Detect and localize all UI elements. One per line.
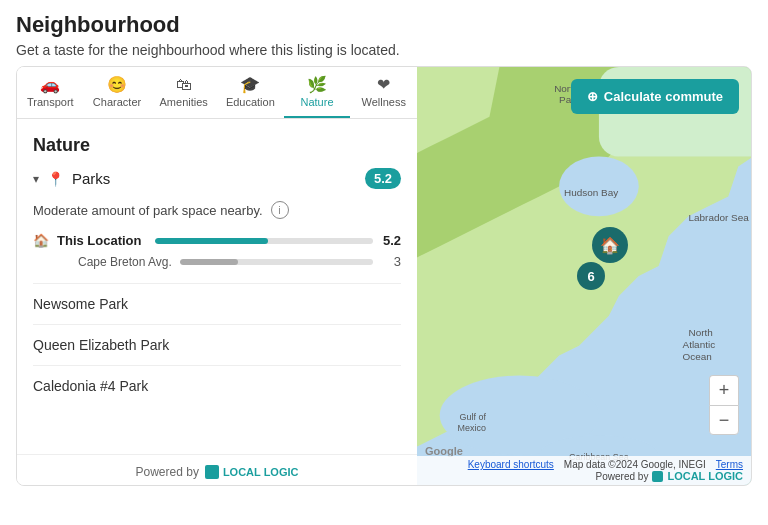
home-marker: 🏠 <box>592 227 628 263</box>
tab-education-label: Education <box>226 96 275 108</box>
avg-bar-fill <box>180 259 238 265</box>
tab-wellness-label: Wellness <box>361 96 405 108</box>
info-icon[interactable]: i <box>271 201 289 219</box>
calculate-commute-button[interactable]: ⊕ Calculate commute <box>571 79 739 114</box>
map-area: Northwestern Passages Hudson Bay Labrado… <box>417 67 751 485</box>
tab-transport[interactable]: 🚗 Transport <box>17 67 84 118</box>
home-circle-icon: 🏠 <box>592 227 628 263</box>
this-location-score: 5.2 <box>381 233 401 248</box>
parks-category-row[interactable]: ▾ 📍 Parks 5.2 <box>33 168 401 189</box>
this-location-bar <box>155 238 373 244</box>
tab-character-label: Character <box>93 96 141 108</box>
parks-score-badge: 5.2 <box>365 168 401 189</box>
map-ll-brand: LOCAL LOGIC <box>667 470 743 482</box>
score-section: 🏠 This Location 5.2 🏠 Cape Breton Avg. <box>33 233 401 269</box>
tab-wellness[interactable]: ❤ Wellness <box>350 67 417 118</box>
park-list: Newsome Park Queen Elizabeth Park Caledo… <box>33 283 401 406</box>
amenities-icon: 🛍 <box>176 77 192 93</box>
map-footer-links: Keyboard shortcuts Map data ©2024 Google… <box>468 459 743 470</box>
main-container: 🚗 Transport 😊 Character 🛍 Amenities 🎓 Ed… <box>16 66 752 486</box>
map-data-text: Map data ©2024 Google, INEGI <box>564 459 706 470</box>
character-icon: 😊 <box>107 77 127 93</box>
svg-text:Atlantic: Atlantic <box>683 339 716 350</box>
zoom-out-button[interactable]: − <box>709 405 739 435</box>
section-title: Nature <box>33 135 401 156</box>
page-subtitle: Get a taste for the neighbourhood where … <box>16 42 752 58</box>
park-item-1[interactable]: Queen Elizabeth Park <box>33 325 401 366</box>
tab-amenities-label: Amenities <box>160 96 208 108</box>
avg-bar <box>180 259 373 265</box>
info-bar: Moderate amount of park space nearby. i <box>33 201 401 219</box>
park-item-0[interactable]: Newsome Park <box>33 284 401 325</box>
svg-text:Labrador Sea: Labrador Sea <box>689 212 750 223</box>
tab-nature-label: Nature <box>301 96 334 108</box>
map-ll-logo: LOCAL LOGIC <box>652 470 743 482</box>
svg-text:Mexico: Mexico <box>458 423 486 433</box>
map-controls: + − <box>709 375 739 435</box>
page-wrapper: Neighbourhood Get a taste for the neighb… <box>0 0 768 486</box>
tab-education[interactable]: 🎓 Education <box>217 67 284 118</box>
tab-character[interactable]: 😊 Character <box>84 67 151 118</box>
avg-label: Cape Breton Avg. <box>57 255 172 269</box>
ll-square-icon <box>205 465 219 479</box>
transport-icon: 🚗 <box>40 77 60 93</box>
svg-text:Ocean: Ocean <box>683 351 712 362</box>
park-item-2[interactable]: Caledonia #4 Park <box>33 366 401 406</box>
map-powered-by-text: Powered by <box>596 471 649 482</box>
park-pin-icon: 📍 <box>47 171 64 187</box>
this-location-bar-fill <box>155 238 268 244</box>
ll-brand-name: LOCAL LOGIC <box>223 466 299 478</box>
navigation-icon: ⊕ <box>587 89 598 104</box>
tabs-bar: 🚗 Transport 😊 Character 🛍 Amenities 🎓 Ed… <box>17 67 417 119</box>
number-marker: 6 <box>577 262 605 290</box>
parks-label: Parks <box>72 170 110 187</box>
zoom-in-button[interactable]: + <box>709 375 739 405</box>
avg-score: 3 <box>381 254 401 269</box>
left-panel: 🚗 Transport 😊 Character 🛍 Amenities 🎓 Ed… <box>17 67 417 485</box>
parks-left: ▾ 📍 Parks <box>33 170 110 187</box>
this-location-label: This Location <box>57 233 147 248</box>
tab-amenities[interactable]: 🛍 Amenities <box>150 67 217 118</box>
content-area: Nature ▾ 📍 Parks 5.2 Moderate amount of … <box>17 119 417 454</box>
page-title: Neighbourhood <box>16 12 752 38</box>
tab-nature[interactable]: 🌿 Nature <box>284 67 351 118</box>
avg-row: 🏠 Cape Breton Avg. 3 <box>33 254 401 269</box>
tab-transport-label: Transport <box>27 96 74 108</box>
calc-commute-label: Calculate commute <box>604 89 723 104</box>
chevron-down-icon: ▾ <box>33 172 39 186</box>
svg-text:Hudson Bay: Hudson Bay <box>564 187 618 198</box>
wellness-icon: ❤ <box>377 77 390 93</box>
number-circle-icon: 6 <box>577 262 605 290</box>
local-logic-logo: LOCAL LOGIC <box>205 465 299 479</box>
powered-by-text: Powered by <box>136 465 199 479</box>
map-footer-powered: Powered by LOCAL LOGIC <box>596 470 743 482</box>
powered-by-bar: Powered by LOCAL LOGIC <box>17 454 417 485</box>
page-header: Neighbourhood Get a taste for the neighb… <box>0 0 768 66</box>
svg-text:Gulf of: Gulf of <box>460 412 487 422</box>
terms-link[interactable]: Terms <box>716 459 743 470</box>
home-icon: 🏠 <box>33 233 49 248</box>
education-icon: 🎓 <box>240 77 260 93</box>
map-ll-square-icon <box>652 471 663 482</box>
svg-text:North: North <box>689 327 713 338</box>
keyboard-shortcuts-link[interactable]: Keyboard shortcuts <box>468 459 554 470</box>
nature-icon: 🌿 <box>307 77 327 93</box>
info-text: Moderate amount of park space nearby. <box>33 203 263 218</box>
map-footer: Keyboard shortcuts Map data ©2024 Google… <box>417 456 751 485</box>
this-location-row: 🏠 This Location 5.2 <box>33 233 401 248</box>
